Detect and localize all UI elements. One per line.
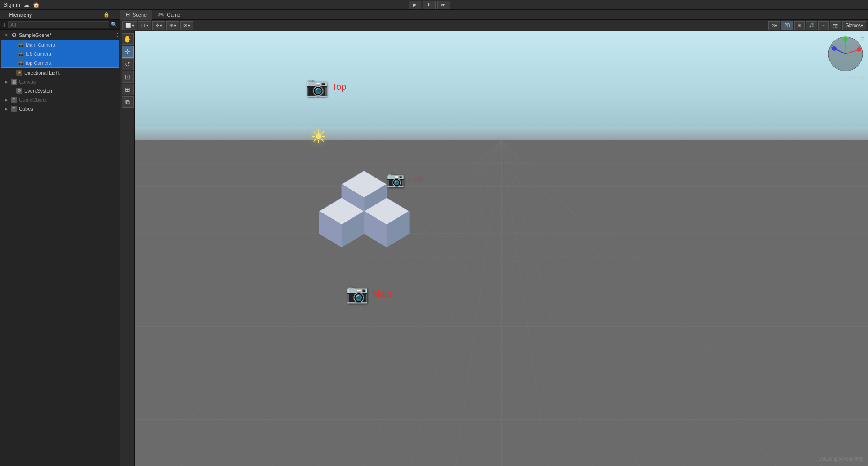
unity-icon: 🏠 (33, 2, 40, 8)
rect-tool[interactable]: ⊞ (122, 84, 134, 95)
camera-object-icon: 📷 (18, 42, 24, 48)
snap-icon: ⊠ (183, 23, 187, 28)
expand-arrow-canvas: ▶ (4, 79, 9, 84)
hand-tool[interactable]: ✋ (122, 33, 134, 45)
hierarchy-icon: ≡ (4, 12, 6, 18)
search-input[interactable] (8, 21, 109, 28)
hierarchy-panel: ≡ Hierarchy 🔒 ⋮ + 🔍 ▼ ⚙ SampleScene* ⋮ (0, 10, 120, 466)
shading-icon: ⬜ (125, 23, 131, 28)
watermark: CSDN @阿松爱睡觉 (819, 456, 864, 462)
scene-viewport[interactable]: 📷 Top ☀ 📷 Left (135, 31, 868, 466)
move-tool[interactable]: ✛ (122, 46, 134, 58)
2d-button[interactable]: 2D (781, 21, 793, 30)
shading-dropdown[interactable]: ⬜ ▾ (122, 21, 137, 30)
toolbar-sep-1 (196, 22, 196, 30)
scene-icon: ⚙ (11, 32, 17, 38)
search-icon: 🔍 (111, 22, 117, 27)
tree-item-top-camera[interactable]: 📷 top Camera (1, 58, 119, 67)
main-label: Main (372, 288, 392, 299)
snap-dropdown[interactable]: ⊠ ▾ (180, 21, 193, 30)
cubes-svg (306, 166, 423, 283)
expand-arrow-gameobject: ▶ (4, 97, 9, 102)
main-camera-scene-icon: 📷 (346, 283, 369, 304)
step-button[interactable]: ⏭ (437, 1, 450, 9)
svg-text:Y: Y (844, 36, 846, 39)
lock-icon[interactable]: 🔒 (103, 12, 110, 18)
scene-tabs: ⊞ Scene 🎮 Game (120, 10, 868, 20)
gameobject-label: GameObject (19, 97, 47, 102)
expand-arrow-main-camera (10, 42, 16, 48)
add-icon[interactable]: + (3, 21, 6, 28)
top-camera-object: 📷 Top (306, 76, 346, 98)
transform-tool[interactable]: ⧉ (122, 96, 134, 108)
render-mode-dropdown[interactable]: ⬡ ▾ (138, 21, 151, 30)
main-camera-label: Main Camera (26, 42, 55, 48)
hierarchy-header-icons: 🔒 ⋮ (103, 12, 116, 18)
left-camera-label: left Camera (26, 51, 51, 57)
top-bar-left: Sign in ☁ 🏠 (4, 2, 40, 8)
expand-arrow-samplescene: ▼ (4, 32, 9, 38)
svg-text:Z: Z (831, 45, 833, 48)
toolbar-right: ⊙▾ 2D ☀ 🔊 ⋯ 📷 Gizmos▾ (768, 21, 866, 30)
scene-tab-icon: ⊞ (126, 12, 130, 18)
tree-item-canvas[interactable]: ▶ ▦ Canvas (0, 77, 120, 86)
gizmo-svg: Y X Z (828, 36, 864, 72)
tab-game[interactable]: 🎮 Game (152, 10, 186, 20)
transform-arrow: ▾ (160, 23, 162, 28)
expand-arrow-left-camera (10, 51, 16, 57)
scene-more-icon[interactable]: ⋮ (115, 32, 120, 38)
tree-item-cubes[interactable]: ▶ ⊟ Cubes (0, 104, 120, 113)
camera-button[interactable]: 📷 (830, 21, 841, 30)
tab-scene[interactable]: ⊞ Scene (120, 10, 152, 20)
sign-in-button[interactable]: Sign in (4, 2, 20, 8)
canvas-label: Canvas (19, 79, 36, 84)
pause-button[interactable]: ⏸ (423, 1, 436, 9)
scale-tool[interactable]: ⊡ (122, 71, 134, 83)
lighting-button[interactable]: ☀ (794, 21, 805, 30)
shading-label: ▾ (132, 23, 134, 28)
transform-tool-dropdown[interactable]: ✛ ▾ (152, 21, 165, 30)
directional-light-object: ☀ (310, 126, 327, 148)
event-system-label: EventSystem (24, 88, 53, 93)
grid-dropdown[interactable]: ⊞ ▾ (166, 21, 179, 30)
scene-toolbar: ⬜ ▾ ⬡ ▾ ✛ ▾ ⊞ ▾ ⊠ ▾ ⊙▾ 2D ☀ (120, 20, 868, 31)
expand-arrow-cubes: ▶ (4, 106, 9, 111)
left-camera-object-icon: 📷 (18, 51, 24, 57)
tree-item-gameobject[interactable]: ▶ ⊡ GameObject (0, 95, 120, 104)
audio-button[interactable]: 🔊 (806, 21, 817, 30)
selected-cameras-group: 📷 Main Camera 📷 left Camera 📷 top Camera (1, 40, 119, 68)
rotate-tool[interactable]: ↺ (122, 58, 134, 70)
svg-text:X: X (858, 46, 860, 49)
hierarchy-tree: ▼ ⚙ SampleScene* ⋮ 📷 Main Camera 📷 left … (0, 30, 120, 466)
scene-menu-icon[interactable]: ≡ (860, 35, 864, 43)
cloud-icon: ☁ (24, 2, 29, 8)
tree-item-event-system[interactable]: ⚙ EventSystem (0, 86, 120, 95)
scene-tab-label: Scene (133, 12, 147, 18)
grid-icon: ⊞ (169, 23, 173, 28)
effects-button[interactable]: ⋯ (818, 21, 829, 30)
top-label: Top (332, 82, 346, 92)
more-icon[interactable]: ⋮ (111, 12, 116, 18)
sun-scene-icon: ☀ (310, 126, 327, 148)
tree-item-samplescene[interactable]: ▼ ⚙ SampleScene* ⋮ (0, 31, 120, 40)
orbit-dropdown[interactable]: ⊙▾ (768, 21, 780, 30)
play-button[interactable]: ▶ (409, 1, 421, 9)
gameobject-icon: ⊡ (11, 97, 17, 103)
cubes-3d-container (306, 166, 423, 284)
top-bar: Sign in ☁ 🏠 ▶ ⏸ ⏭ (0, 0, 868, 10)
main-camera-object: 📷 Main (346, 283, 392, 304)
expand-arrow-directional-light (9, 70, 14, 75)
scene-area: ⊞ Scene 🎮 Game ⬜ ▾ ⬡ ▾ ✛ ▾ ⊞ (120, 10, 868, 466)
gizmos-button[interactable]: Gizmos▾ (842, 21, 866, 30)
expand-arrow-top-camera (10, 60, 16, 66)
grid-floor (135, 140, 868, 466)
game-tab-label: Game (167, 12, 180, 18)
tree-item-left-camera[interactable]: 📷 left Camera (1, 49, 119, 58)
render-mode-arrow: ▾ (146, 23, 148, 28)
top-camera-object-icon: 📷 (18, 60, 24, 66)
left-toolbar: ✋ ✛ ↺ ⊡ ⊞ ⧉ (120, 31, 135, 466)
tree-item-directional-light[interactable]: ☀ Directional Light (0, 68, 120, 77)
main-content: ≡ Hierarchy 🔒 ⋮ + 🔍 ▼ ⚙ SampleScene* ⋮ (0, 10, 868, 466)
tree-item-main-camera[interactable]: 📷 Main Camera (1, 40, 119, 49)
playback-controls: ▶ ⏸ ⏭ (409, 1, 450, 9)
